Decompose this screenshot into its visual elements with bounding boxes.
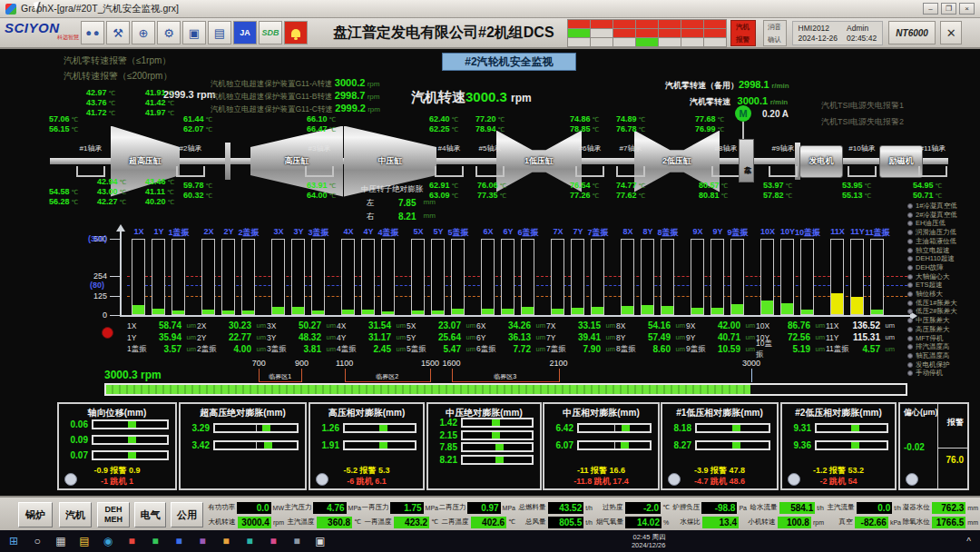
alarm-list-item[interactable]: 中压胀差大 bbox=[907, 316, 980, 325]
alarm-list-item[interactable]: DEH110超速 bbox=[907, 254, 980, 263]
app-icon-purple[interactable]: ■ bbox=[192, 533, 212, 549]
search-icon[interactable]: ○ bbox=[27, 533, 47, 549]
alarm-dot-icon bbox=[907, 318, 913, 323]
alarm-grid-cell[interactable] bbox=[704, 29, 726, 37]
alarm-grid-cell[interactable] bbox=[591, 20, 612, 28]
alarm-list-item[interactable]: 独立电超速 bbox=[907, 246, 980, 255]
alarm-list-item[interactable]: 大轴偏心大 bbox=[907, 272, 980, 281]
rpm-tick-label: 1600 bbox=[436, 359, 467, 368]
alarm-grid-cell[interactable] bbox=[568, 29, 590, 37]
panel-range-bar bbox=[213, 423, 299, 433]
restore-button[interactable]: ❐ bbox=[941, 3, 956, 15]
alarm-list-item[interactable]: 低压2#胀差大 bbox=[907, 307, 980, 316]
panel-status-indicator[interactable] bbox=[64, 473, 77, 486]
panel-status-indicator[interactable] bbox=[906, 473, 918, 486]
alarm-grid-cell[interactable] bbox=[636, 38, 658, 46]
monitor-icon[interactable]: ▣ bbox=[182, 21, 206, 44]
tray-caret-icon[interactable]: ^ bbox=[966, 537, 971, 547]
panel-title: 高压相对膨胀(mm) bbox=[310, 407, 423, 419]
app-icon-white[interactable]: ▣ bbox=[310, 533, 330, 549]
alarm-grid-cell[interactable] bbox=[659, 29, 681, 37]
alarm-list-item[interactable]: MFT停机 bbox=[907, 334, 980, 343]
panel-status-indicator[interactable] bbox=[788, 473, 800, 486]
rpm-tick-mark[interactable] bbox=[559, 369, 560, 382]
alarm-grid-cell[interactable] bbox=[591, 29, 612, 37]
alarm-grid-cell[interactable] bbox=[613, 20, 635, 28]
alarm-list-item[interactable]: 1#冷凝真空低 bbox=[907, 202, 980, 211]
rpm-tick-mark[interactable] bbox=[301, 369, 302, 382]
alarm-grid-cell[interactable] bbox=[681, 20, 703, 28]
alarm-list-item[interactable]: 排汽温度高 bbox=[907, 342, 980, 351]
alarm-grid-cell[interactable] bbox=[568, 38, 590, 46]
alarm-list-item[interactable]: 发电机保护 bbox=[907, 360, 980, 370]
alarm-grid-cell[interactable] bbox=[613, 29, 635, 37]
alarm-bell-icon[interactable] bbox=[284, 21, 308, 44]
alarm-grid-cell[interactable] bbox=[659, 20, 681, 28]
alarm-grid-cell[interactable] bbox=[636, 29, 658, 37]
alarm-grid-cell[interactable] bbox=[704, 20, 726, 28]
app-icon-gray[interactable]: ■ bbox=[287, 533, 307, 549]
alarm-list-item[interactable]: DEH故障 bbox=[907, 263, 980, 272]
network-icon[interactable]: ⊕ bbox=[132, 21, 155, 44]
rpm-tick-mark[interactable] bbox=[751, 369, 752, 382]
tools-icon[interactable]: ⚒ bbox=[106, 21, 130, 44]
alarm-grid-cell[interactable] bbox=[659, 38, 681, 46]
vibration-table-row: 10X86.76um bbox=[756, 320, 825, 331]
screen-close-button[interactable]: ✕ bbox=[940, 21, 962, 44]
vibration-bar bbox=[691, 239, 704, 315]
taskbar-clock[interactable]: 02:45 周四 2024/12/26 bbox=[632, 533, 670, 549]
task-view-icon[interactable]: ▦ bbox=[51, 533, 71, 549]
menu-button-deh-meh[interactable]: DEH MEH bbox=[97, 502, 130, 527]
alarm-list-item[interactable]: 高压胀差大 bbox=[907, 325, 980, 334]
menu-button-公用[interactable]: 公用 bbox=[171, 502, 203, 527]
panel-bar-row: 0.07 bbox=[64, 450, 169, 460]
minimize-button[interactable]: – bbox=[923, 3, 938, 15]
start-icon[interactable]: ⊞ bbox=[4, 533, 24, 549]
bearing-bracket bbox=[435, 166, 464, 177]
app-icon-red[interactable]: ■ bbox=[122, 533, 142, 549]
menu-button-汽机[interactable]: 汽机 bbox=[59, 502, 92, 527]
alarm-grid-cell[interactable] bbox=[704, 38, 726, 46]
panel-status-indicator[interactable] bbox=[668, 473, 681, 486]
menu-button-电气[interactable]: 电气 bbox=[134, 502, 166, 527]
alarm-list-item[interactable]: 轴位移大 bbox=[907, 290, 980, 299]
app-icon-pink[interactable]: ■ bbox=[263, 533, 283, 549]
alarm-grid-cell[interactable] bbox=[568, 20, 590, 28]
close-button[interactable]: × bbox=[959, 3, 975, 15]
users-icon[interactable]: ☻☻ bbox=[81, 21, 104, 44]
alarm-grid-cell[interactable] bbox=[591, 38, 612, 46]
alarm-summary-grid[interactable] bbox=[567, 19, 727, 47]
chart-x-axis bbox=[120, 315, 912, 317]
alarm-list-item[interactable]: 低压1#胀差大 bbox=[907, 299, 980, 308]
browser-icon[interactable]: ◉ bbox=[98, 533, 118, 549]
ja-icon[interactable]: JA bbox=[233, 21, 257, 44]
measurement-cell: 炉膛负压-98.8Pa bbox=[670, 500, 747, 515]
alarm-list-item[interactable]: 手动停机 bbox=[907, 369, 980, 378]
alarm-list-item[interactable]: 轴瓦温度高 bbox=[907, 351, 980, 360]
bearing-bracket bbox=[76, 166, 105, 177]
panel-status-indicator[interactable] bbox=[316, 473, 328, 486]
alarm-list-item[interactable]: 主油箱液位低 bbox=[907, 237, 980, 246]
panel-bar-marker bbox=[379, 442, 387, 448]
alarm-grid-cell[interactable] bbox=[613, 38, 635, 46]
alarm-list-item[interactable]: 2#冷凝真空低 bbox=[907, 211, 980, 220]
app-icon-orange[interactable]: ■ bbox=[216, 533, 236, 549]
alarm-list-item[interactable]: EH油压低 bbox=[907, 219, 980, 228]
measurement-label: 真空 bbox=[824, 518, 853, 526]
alarm-grid-cell[interactable] bbox=[636, 20, 658, 28]
alarm-list-item[interactable]: 润滑油压力低 bbox=[907, 228, 980, 237]
alarm-ack-box[interactable]: 消音 确认 bbox=[763, 20, 787, 46]
turbine-alarm-box[interactable]: 汽机 报警 bbox=[730, 20, 756, 46]
alarm-list-item[interactable]: ETS超速 bbox=[907, 281, 980, 290]
sdb-icon[interactable]: SDB bbox=[259, 21, 282, 44]
alarm-grid-cell[interactable] bbox=[681, 29, 703, 37]
rpm-tick-mark[interactable] bbox=[430, 369, 431, 382]
gear-icon[interactable]: ⚙ bbox=[157, 21, 181, 44]
alarm-grid-cell[interactable] bbox=[681, 38, 703, 46]
app-icon-green[interactable]: ■ bbox=[145, 533, 165, 549]
book-icon[interactable]: ▤ bbox=[208, 21, 231, 44]
menu-button-锅炉[interactable]: 锅炉 bbox=[18, 502, 53, 527]
file-explorer-icon[interactable]: ▤ bbox=[74, 533, 94, 549]
app-icon-teal[interactable]: ■ bbox=[240, 533, 260, 549]
app-icon-blue[interactable]: ■ bbox=[169, 533, 189, 549]
